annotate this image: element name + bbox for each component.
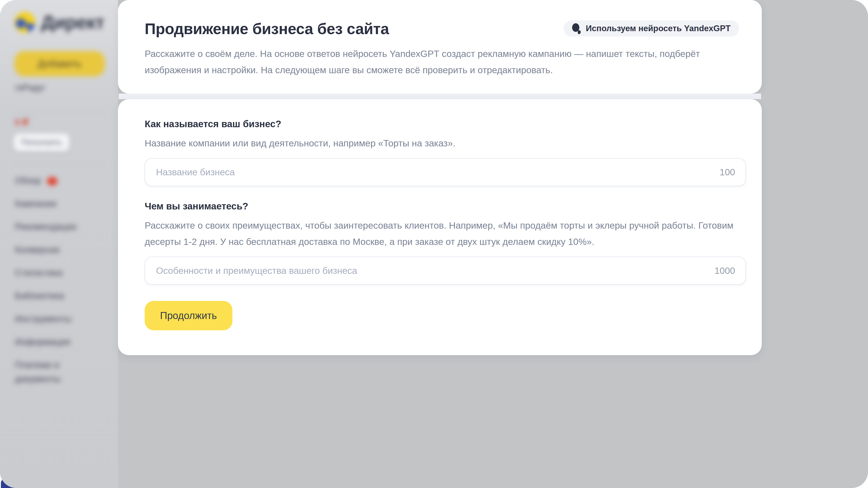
direct-logo[interactable]: Директ [14,12,104,33]
title-row: Продвижение бизнеса без сайта Используем… [145,20,739,38]
add-campaign-button[interactable]: Добавить [14,51,105,76]
sidebar-divider [13,112,105,113]
sidebar-nav: ОбзорКампанииРекомендацииКонверсииСтатис… [15,173,91,395]
sidebar-item-label: Конверсии [15,245,60,255]
sidebar-item-9[interactable]: Платежи и документы [15,358,91,386]
account-balance: 0 ₽ [15,117,29,127]
business-activity-input[interactable] [145,257,746,285]
business-name-hint: Название компании или вид деятельности, … [145,135,746,151]
sidebar-item-8[interactable]: Информация [15,335,91,349]
yandexgpt-icon [572,23,581,34]
yandexgpt-badge-label: Используем нейросеть YandexGPT [586,24,731,33]
business-name-input[interactable] [145,158,746,186]
sidebar: Директ Добавить гаРадуг 0 ₽ Пополнить Об… [0,0,118,488]
sidebar-item-label: Библиотека [15,291,64,301]
sidebar-item-label: Статистика [15,268,62,278]
continue-button[interactable]: Продолжить [145,301,232,330]
sidebar-item-label: Платежи и документы [15,360,61,384]
sidebar-item-label: Инструменты [15,314,71,324]
main-content: Продвижение бизнеса без сайта Используем… [118,0,762,355]
app-window: Директ Добавить гаРадуг 0 ₽ Пополнить Об… [0,0,868,488]
overview-count-badge [47,177,57,186]
card-separator [119,94,761,99]
sidebar-item-label: Обзор [15,175,41,186]
business-activity-field: 1000 [145,257,746,285]
business-name-field: 100 [145,158,746,186]
yandex-logo-icon [14,12,35,33]
sidebar-item-3[interactable]: Рекомендации [15,220,91,234]
account-username[interactable]: гаРадуг [15,83,45,92]
sidebar-divider [13,164,105,164]
form-card: Как называется ваш бизнес? Название комп… [118,99,762,355]
sidebar-item-7[interactable]: Инструменты [15,312,91,326]
sidebar-item-6[interactable]: Библиотека [15,289,91,303]
sidebar-item-label: Кампании [15,199,57,208]
sidebar-item-5[interactable]: Статистика [15,266,91,280]
sidebar-item-label: Рекомендации [15,222,76,232]
sidebar-item-2[interactable]: Кампании [15,197,91,210]
header-card: Продвижение бизнеса без сайта Используем… [118,0,762,94]
sidebar-item-1[interactable]: Обзор [15,173,91,188]
sidebar-item-label: Информация [15,337,70,347]
yandexgpt-badge: Используем нейросеть YandexGPT [563,20,739,37]
business-name-label: Как называется ваш бизнес? [145,119,746,130]
sidebar-blurred-content: Директ Добавить гаРадуг 0 ₽ Пополнить Об… [0,0,118,488]
sidebar-item-4[interactable]: Конверсии [15,242,91,257]
page-description: Расскажите о своём деле. На основе ответ… [145,46,739,78]
yandexgpt-icon-comma [578,30,581,34]
page-title: Продвижение бизнеса без сайта [145,20,389,38]
business-activity-hint: Расскажите о своих преимуществах, чтобы … [145,217,746,250]
business-activity-label: Чем вы занимаетесь? [145,201,746,212]
topup-button[interactable]: Пополнить [14,134,69,151]
logo-text: Директ [41,12,104,33]
